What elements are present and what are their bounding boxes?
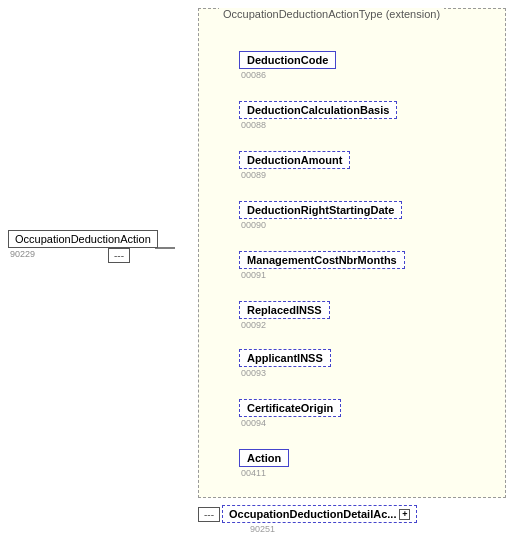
field-item-2: DeductionAmount 00089: [239, 151, 350, 180]
field-box-8: Action: [239, 449, 289, 467]
field-box-7: CertificateOrigin: [239, 399, 341, 417]
bottom-connector-box: ---: [198, 507, 220, 522]
field-item-3: DeductionRightStartingDate 00090: [239, 201, 402, 230]
field-item-5: ReplacedINSS 00092: [239, 301, 330, 330]
bottom-node-code: 90251: [248, 524, 275, 534]
field-code-1: 00088: [239, 120, 266, 130]
bottom-node: --- OccupationDeductionDetailAc... + 902…: [198, 505, 417, 534]
bottom-connector-row: --- OccupationDeductionDetailAc... +: [198, 505, 417, 523]
field-name-7: CertificateOrigin: [247, 402, 333, 414]
extension-title: OccupationDeductionActionType (extension…: [219, 8, 444, 20]
connector-label: ---: [114, 250, 124, 261]
field-code-0: 00086: [239, 70, 266, 80]
field-box-4: ManagementCostNbrMonths: [239, 251, 405, 269]
field-name-8: Action: [247, 452, 281, 464]
field-name-4: ManagementCostNbrMonths: [247, 254, 397, 266]
field-box-3: DeductionRightStartingDate: [239, 201, 402, 219]
field-item-8: Action 00411: [239, 449, 289, 478]
field-item-7: CertificateOrigin 00094: [239, 399, 341, 428]
field-name-5: ReplacedINSS: [247, 304, 322, 316]
field-code-3: 00090: [239, 220, 266, 230]
left-node-code: 90229: [8, 249, 35, 259]
field-code-6: 00093: [239, 368, 266, 378]
field-code-7: 00094: [239, 418, 266, 428]
field-box-1: DeductionCalculationBasis: [239, 101, 397, 119]
bottom-field-label: OccupationDeductionDetailAc...: [229, 508, 396, 520]
field-item-6: ApplicantINSS 00093: [239, 349, 331, 378]
field-code-2: 00089: [239, 170, 266, 180]
field-box-2: DeductionAmount: [239, 151, 350, 169]
bottom-connector-label: ---: [204, 509, 214, 520]
extension-panel: OccupationDeductionActionType (extension…: [198, 8, 506, 498]
plus-icon: +: [399, 509, 410, 520]
field-box-0: DeductionCode: [239, 51, 336, 69]
left-node-label: OccupationDeductionAction: [15, 233, 151, 245]
field-code-4: 00091: [239, 270, 266, 280]
connector-area: ---: [108, 248, 130, 263]
field-name-3: DeductionRightStartingDate: [247, 204, 394, 216]
field-item-4: ManagementCostNbrMonths 00091: [239, 251, 405, 280]
field-name-1: DeductionCalculationBasis: [247, 104, 389, 116]
left-node: OccupationDeductionAction 90229: [8, 230, 158, 259]
field-item-0: DeductionCode 00086: [239, 51, 336, 80]
field-box-6: ApplicantINSS: [239, 349, 331, 367]
field-box-5: ReplacedINSS: [239, 301, 330, 319]
field-code-8: 00411: [239, 468, 266, 478]
left-node-box: OccupationDeductionAction: [8, 230, 158, 248]
field-name-0: DeductionCode: [247, 54, 328, 66]
bottom-field-box: OccupationDeductionDetailAc... +: [222, 505, 417, 523]
field-name-2: DeductionAmount: [247, 154, 342, 166]
field-name-6: ApplicantINSS: [247, 352, 323, 364]
field-item-1: DeductionCalculationBasis 00088: [239, 101, 397, 130]
connector-box: ---: [108, 248, 130, 263]
diagram-container: OccupationDeductionAction 90229 --- Occu…: [0, 0, 523, 544]
field-code-5: 00092: [239, 320, 266, 330]
